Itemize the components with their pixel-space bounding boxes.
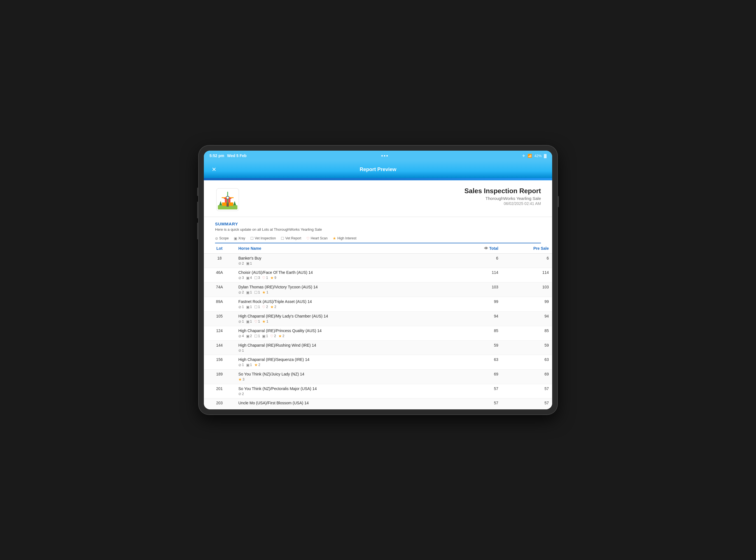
scope-count: 3	[242, 276, 244, 280]
table-row[interactable]: 105High Chaparral (IRE)/My Lady's Chambe…	[204, 312, 552, 326]
cell-total: 63	[454, 355, 502, 369]
power-button[interactable]	[557, 196, 559, 207]
cell-total: 6	[454, 254, 502, 268]
cell-pre-sale: 94	[502, 312, 552, 326]
horse-name-text: Fastnet Rock (AUS)/Triple Asset (AUS) 14	[238, 299, 451, 304]
xray2-icon: ▣	[262, 334, 265, 338]
table-row[interactable]: 46AChoisir (AUS)/Face Of The Earth (AUS)…	[204, 268, 552, 282]
legend-scope: ⊘ Scope	[215, 236, 229, 241]
table-row[interactable]: 18Banker's Buy⊘2▣166	[204, 254, 552, 268]
cell-total: 114	[454, 268, 502, 282]
tablet-shell: 5:52 pm Wed 5 Feb ✈ 📶 42% ▓ ✕ Report Pre…	[199, 146, 557, 414]
table-row[interactable]: 124High Chaparral (IRE)/Princess Quality…	[204, 326, 552, 341]
icon-scope: ⊘1	[238, 348, 244, 353]
horse-name-text: High Chaparral (IRE)/Sequenza (IRE) 14	[238, 357, 451, 362]
horse-name-text: Banker's Buy	[238, 256, 451, 260]
table-row[interactable]: 189So You Think (NZ)/Juicy Lady (NZ) 14★…	[204, 369, 552, 384]
icon-heart: ♡1	[254, 319, 260, 324]
table-row[interactable]: 144High Chaparral (IRE)/Rushing Wind (IR…	[204, 341, 552, 355]
legend-heart-scan: ♡ Heart Scan	[306, 236, 327, 241]
star-icon: ★	[254, 363, 258, 367]
icon-scope: ⊘2	[238, 261, 244, 265]
heart-icon: ♡	[262, 276, 265, 280]
blue-divider	[204, 178, 552, 180]
icon-heart: ♡1	[262, 276, 268, 280]
icons-row: ⊘2	[238, 392, 451, 396]
icon-vet: ☐3	[254, 276, 260, 280]
cell-pre-sale: 85	[502, 326, 552, 341]
summary-title: SUMMARY	[215, 221, 541, 226]
vet-count: 1	[258, 291, 260, 294]
scope-count: 1	[242, 348, 244, 353]
heart-scan-legend-label: Heart Scan	[311, 236, 327, 240]
icons-row: ⊘1▣1☐1♡2★2	[238, 305, 451, 309]
table-row[interactable]: 203Uncle Mo (USA)/First Blossom (USA) 14…	[204, 398, 552, 408]
star-icon: ★	[238, 377, 242, 382]
high-interest-legend-icon: ★	[333, 236, 336, 241]
report-title-area: Sales Inspection Report ThoroughWorks Ye…	[240, 187, 541, 206]
xray-count: 1	[250, 305, 252, 309]
heart-count: 2	[274, 334, 276, 338]
icon-xray: ▣1	[246, 261, 252, 265]
battery-label: 42%	[534, 154, 541, 158]
cell-total: 85	[454, 326, 502, 341]
cell-total: 57	[454, 384, 502, 398]
vet-count: 1	[258, 334, 260, 338]
xray-icon: ▣	[246, 319, 250, 324]
icons-row: ⊘1	[238, 348, 451, 353]
wifi-icon: 📶	[528, 154, 532, 158]
table-row[interactable]: 74ADylan Thomas (IRE)/Victory Tycoon (AU…	[204, 282, 552, 297]
table-row[interactable]: 201So You Think (NZ)/Pectoralis Major (U…	[204, 384, 552, 398]
table-row[interactable]: 89AFastnet Rock (AUS)/Triple Asset (AUS)…	[204, 297, 552, 312]
scope-icon: ⊘	[238, 276, 241, 280]
icon-xray: ▣1	[246, 363, 252, 367]
icon-scope: ⊘1	[238, 319, 244, 324]
volume-up-button[interactable]	[197, 187, 199, 196]
vet-count: 3	[258, 276, 260, 280]
star-icon: ★	[262, 319, 266, 324]
cell-horse-name: So You Think (NZ)/Pectoralis Major (USA)…	[235, 384, 454, 398]
side-button[interactable]	[197, 223, 199, 239]
star-count: 2	[258, 363, 260, 367]
summary-desc: Here is a quick update on all Lots at Th…	[215, 227, 541, 232]
xray-icon: ▣	[246, 276, 250, 280]
scope-icon: ⊘	[238, 363, 241, 367]
close-button[interactable]: ✕	[210, 165, 218, 174]
table-row[interactable]: 156High Chaparral (IRE)/Sequenza (IRE) 1…	[204, 355, 552, 369]
cell-horse-name: Uncle Mo (USA)/First Blossom (USA) 14	[235, 398, 454, 408]
status-left: 5:52 pm Wed 5 Feb	[210, 154, 247, 158]
icon-scope: ⊘2	[238, 392, 244, 396]
star-count: 1	[266, 291, 268, 294]
volume-down-button[interactable]	[197, 202, 199, 218]
content-area[interactable]: Sales Inspection Report ThoroughWorks Ye…	[204, 180, 552, 409]
icon-star: ★2	[270, 305, 276, 309]
cell-horse-name: High Chaparral (IRE)/Princess Quality (A…	[235, 326, 454, 341]
cell-total: 99	[454, 297, 502, 312]
cell-horse-name: Dylan Thomas (IRE)/Victory Tycoon (AUS) …	[235, 282, 454, 297]
cell-lot: 89A	[204, 297, 235, 312]
icon-star: ★3	[238, 377, 244, 382]
scope-legend-label: Scope	[219, 236, 229, 240]
xray-count: 1	[250, 363, 252, 367]
high-interest-legend-label: High Interest	[337, 236, 356, 240]
cell-lot: 18	[204, 254, 235, 268]
icon-star: ★1	[262, 290, 268, 295]
cell-horse-name: Banker's Buy⊘2▣1	[235, 254, 454, 268]
heart-count: 1	[258, 319, 260, 323]
dot3	[386, 155, 388, 157]
cell-total: 94	[454, 312, 502, 326]
tablet-screen: 5:52 pm Wed 5 Feb ✈ 📶 42% ▓ ✕ Report Pre…	[204, 151, 552, 409]
scope-count: 2	[242, 291, 244, 294]
table-header-row: Lot Horse Name 👁 Total Pre Sale	[204, 243, 552, 254]
airplane-icon: ✈	[522, 154, 525, 158]
cell-lot: 203	[204, 398, 235, 408]
dot2	[384, 155, 385, 157]
icon-xray: ▣2	[246, 334, 252, 338]
icons-row: ⊘1▣1♡1★1	[238, 319, 451, 324]
cell-total: 69	[454, 369, 502, 384]
scope-icon: ⊘	[238, 261, 241, 265]
cell-horse-name: High Chaparral (IRE)/My Lady's Chamber (…	[235, 312, 454, 326]
star-count: 2	[274, 305, 276, 309]
xray-legend-icon: ▣	[234, 236, 237, 241]
status-bar: 5:52 pm Wed 5 Feb ✈ 📶 42% ▓	[204, 151, 552, 161]
